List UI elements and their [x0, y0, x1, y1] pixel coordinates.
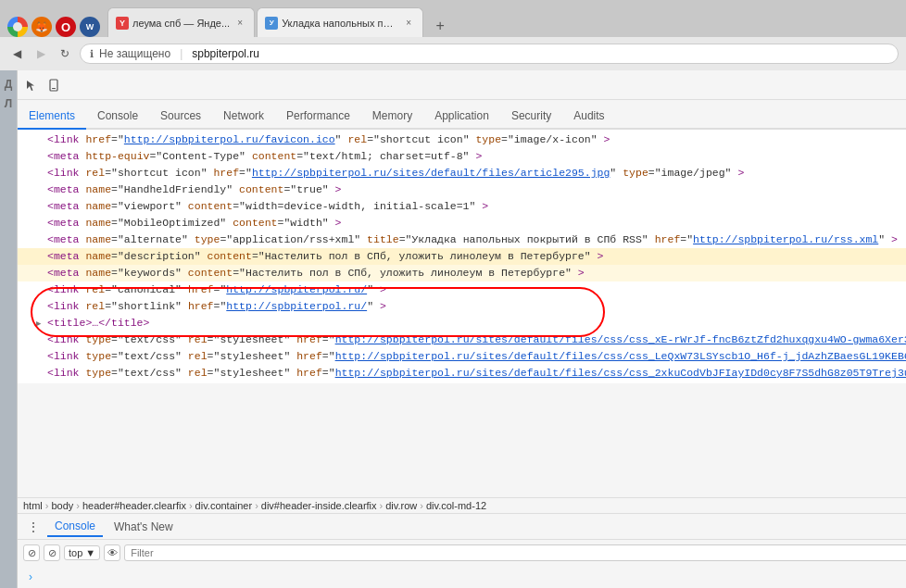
content-area: Д Л Elements Consol	[0, 70, 906, 588]
tab-2-close[interactable]: ×	[402, 17, 415, 30]
tab-network[interactable]: Network	[212, 104, 275, 130]
forward-button[interactable]: ▶	[31, 44, 50, 63]
devtools-toolbar	[18, 70, 906, 100]
tab-elements[interactable]: Elements	[18, 104, 86, 130]
console-bar: ⋮ Console What's New ⊘ ⊘ top ▼ 👁 Defa	[18, 513, 906, 588]
tab-1[interactable]: Y леума спб — Янде... ×	[107, 7, 255, 37]
console-options-icon[interactable]: ⋮	[23, 517, 44, 537]
console-input-bar: ⊘ ⊘ top ▼ 👁 Default levels ▼	[18, 540, 906, 566]
cursor-icon[interactable]	[21, 75, 42, 95]
breadcrumb-html[interactable]: html	[23, 500, 43, 511]
code-line: <meta name="viewport" content="width=dev…	[18, 198, 906, 215]
tab-bar: 🦊 O W Y леума спб — Янде... × У Укладка …	[0, 0, 906, 37]
console-tabs: ⋮ Console What's New	[18, 514, 906, 540]
console-context-chevron: ▼	[85, 547, 95, 558]
url-domain: spbpiterpol.ru	[192, 47, 259, 60]
console-filter-input[interactable]	[124, 544, 906, 561]
console-filter-btn[interactable]: ⊘	[44, 544, 60, 561]
code-line: <meta name="HandheldFriendly" content="t…	[18, 181, 906, 198]
code-line: <meta name="alternate" type="application…	[18, 231, 906, 248]
code-line: <link rel="shortcut icon" href="http://s…	[18, 165, 906, 181]
new-tab-button[interactable]: +	[429, 15, 451, 37]
browser-icons: 🦊 O W	[0, 17, 107, 37]
tab-performance[interactable]: Performance	[275, 104, 361, 130]
console-tab-whats-new[interactable]: What's New	[107, 518, 181, 536]
code-line: <link href="http://spbpiterpol.ru/favico…	[18, 131, 906, 148]
url-bar[interactable]: ℹ Не защищено | spbpiterpol.ru	[80, 44, 899, 64]
tab-sources[interactable]: Sources	[149, 104, 212, 130]
mobile-icon[interactable]	[44, 75, 64, 95]
console-clear-button[interactable]: ⊘	[23, 544, 40, 561]
console-eye-button[interactable]: 👁	[104, 544, 120, 561]
code-line: <link rel="canonical" href="http://spbpi…	[18, 281, 906, 298]
code-line: <link type="text/css" rel="stylesheet" h…	[18, 365, 906, 382]
code-line-description: <meta name="description" content="Настел…	[18, 248, 906, 265]
firefox-icon[interactable]: 🦊	[31, 17, 52, 37]
devtools-tabs: Elements Console Sources Network Perform…	[18, 100, 906, 130]
code-wrapper: <link href="http://spbpiterpol.ru/favico…	[18, 130, 906, 497]
code-area[interactable]: <link href="http://spbpiterpol.ru/favico…	[18, 130, 906, 383]
tab-1-favicon: Y	[116, 17, 129, 30]
tab-2-favicon: У	[265, 17, 278, 30]
console-output: ›	[18, 566, 906, 588]
opera-icon[interactable]: O	[56, 17, 76, 37]
tab-2-title: Укладка напольных покрытий в...	[282, 18, 398, 29]
svg-rect-1	[52, 88, 56, 89]
tab-1-close[interactable]: ×	[233, 17, 246, 30]
tab-memory[interactable]: Memory	[361, 104, 423, 130]
code-line: <meta name="MobileOptimized" content="wi…	[18, 215, 906, 231]
security-icon: ℹ	[90, 48, 94, 60]
tab-console[interactable]: Console	[86, 104, 149, 130]
chrome-icon[interactable]	[7, 17, 28, 37]
console-tab-console[interactable]: Console	[47, 517, 103, 537]
tab-audits[interactable]: Audits	[562, 104, 615, 130]
breadcrumb-header-inside[interactable]: div#header-inside.clearfix	[261, 500, 377, 511]
breadcrumb-col[interactable]: div.col-md-12	[426, 500, 486, 511]
tab-security[interactable]: Security	[500, 104, 562, 130]
reload-button[interactable]: ↻	[56, 44, 74, 63]
console-context-select[interactable]: top ▼	[64, 545, 100, 560]
browser-window: 🦊 O W Y леума спб — Янде... × У Укладка …	[0, 0, 906, 588]
code-line: <link type="text/css" rel="stylesheet" h…	[18, 348, 906, 365]
back-button[interactable]: ◀	[7, 44, 26, 63]
breadcrumb-header[interactable]: header#header.clearfix	[82, 500, 186, 511]
breadcrumb-bar: html › body › header#header.clearfix › d…	[18, 497, 906, 513]
code-line: <link type="text/css" rel="stylesheet" h…	[18, 332, 906, 348]
console-caret[interactable]: ›	[23, 568, 38, 586]
code-line-keywords: <meta name="keywords" content="Настелить…	[18, 265, 906, 281]
code-line: <link rel="shortlink" href="http://spbpi…	[18, 298, 906, 315]
url-separator: |	[180, 47, 182, 60]
left-gutter: Д Л	[0, 70, 17, 588]
tab-1-title: леума спб — Янде...	[132, 18, 230, 29]
code-line: <meta http-equiv="Content-Type" content=…	[18, 148, 906, 165]
address-bar: ◀ ▶ ↻ ℹ Не защищено | spbpiterpol.ru	[0, 37, 906, 70]
tab-application[interactable]: Application	[423, 104, 500, 130]
svg-rect-0	[50, 80, 57, 91]
breadcrumb-body[interactable]: body	[51, 500, 73, 511]
console-top-label: top	[69, 547, 82, 558]
word-icon[interactable]: W	[80, 17, 100, 37]
devtools-panel: Elements Console Sources Network Perform…	[17, 70, 906, 588]
breadcrumb-container[interactable]: div.container	[195, 500, 253, 511]
security-text: Не защищено	[99, 47, 170, 60]
tab-2[interactable]: У Укладка напольных покрытий в... ×	[257, 7, 423, 37]
breadcrumb-row[interactable]: div.row	[385, 500, 417, 511]
code-line-title: ▶ <title>…</title>	[18, 315, 906, 332]
